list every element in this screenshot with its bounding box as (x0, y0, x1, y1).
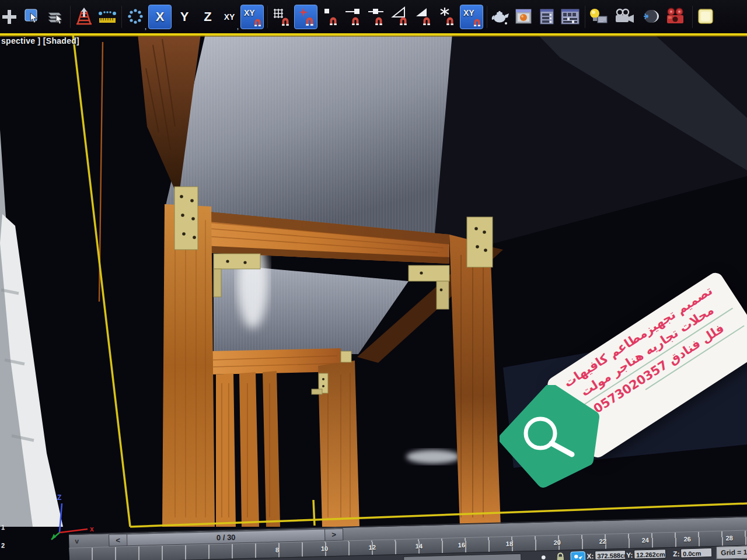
perspective-viewport[interactable]: Z x (0, 33, 747, 560)
toolbar-separator (584, 6, 585, 28)
edge-digit-2: 2 (1, 542, 5, 549)
flyout-mark: , (237, 24, 239, 29)
toolbar-separator (69, 6, 71, 28)
material-slot-icon[interactable] (694, 4, 718, 30)
snap-angle-toggle[interactable] (389, 4, 412, 30)
slat (216, 373, 236, 527)
selection-lock-icon[interactable] (555, 552, 566, 560)
axis-z-button[interactable]: Z (196, 4, 219, 30)
snap-face-toggle[interactable] (412, 4, 435, 30)
z-coordinate-label: Z: (673, 550, 680, 558)
snap-star-toggle[interactable] (435, 4, 459, 30)
snap-pivot-toggle[interactable] (294, 5, 317, 29)
flyout-mark: , (145, 24, 146, 29)
scaffold-tool-icon[interactable] (72, 4, 96, 30)
left-post (162, 204, 215, 527)
brush-dots-icon[interactable]: , (124, 4, 147, 30)
y-coordinate-field[interactable]: 12.262cm (634, 549, 666, 559)
magnifier-badge (500, 385, 602, 493)
ruler-tick: 28 (725, 534, 733, 541)
video-camera-icon[interactable] (610, 4, 638, 30)
ruler-tick: 14 (416, 542, 423, 550)
toolbar-separator (486, 6, 487, 28)
ruler-tick: 26 (683, 536, 691, 542)
main-toolbar: , X Y Z XY , XY (0, 0, 747, 33)
environment-sphere-icon[interactable] (638, 4, 662, 30)
metal-bracket-left-top (174, 187, 198, 250)
ruler-tick: 8 (275, 546, 279, 553)
axis-x-button[interactable]: X (148, 5, 172, 29)
ruler-tick: 18 (506, 540, 514, 547)
z-coordinate-field[interactable]: 0.0cm (680, 548, 712, 558)
ruler-tick: 20 (553, 539, 561, 546)
metal-bracket-right-top (467, 217, 493, 267)
light-lister-icon[interactable] (587, 4, 610, 30)
prev-frame-button[interactable]: < (109, 534, 128, 547)
select-object-icon[interactable] (21, 4, 44, 30)
ruler-tick: 10 (321, 545, 329, 552)
ruler-tick: 24 (641, 537, 649, 544)
grid-size-label: Grid = 10. (716, 545, 747, 559)
video-post-camera-icon[interactable] (662, 4, 690, 30)
y-coordinate-label: Y: (626, 551, 633, 559)
axis-y-button[interactable]: Y (173, 4, 196, 30)
metal-plate-small (341, 351, 351, 362)
next-frame-button[interactable]: > (324, 528, 344, 541)
dialog-panel-a-icon[interactable] (536, 4, 559, 30)
plus-tool-icon[interactable] (0, 4, 21, 30)
gizmo-x-label: x (90, 525, 94, 533)
render-teapot-icon[interactable] (489, 4, 512, 30)
ruler-tick: 22 (599, 538, 606, 545)
monitor-photo: , X Y Z XY , XY (0, 0, 747, 560)
floor-highlight (406, 450, 460, 464)
pin-dot-icon[interactable] (539, 552, 548, 560)
toolbar-separator (267, 6, 268, 28)
rendered-frame-window-icon[interactable] (512, 4, 536, 30)
viewport-label[interactable]: spective ] [Shaded] (1, 36, 79, 46)
select-by-name-icon[interactable] (44, 4, 68, 30)
slat (239, 372, 259, 527)
snap-grid-toggle[interactable] (270, 4, 293, 30)
x-coordinate-field[interactable]: 372.588cm (595, 550, 626, 560)
edge-digit-1: 1 (1, 524, 5, 531)
dialog-panel-b-icon[interactable] (559, 4, 582, 30)
transform-typein-button[interactable] (570, 551, 585, 560)
toolbar-separator (692, 6, 693, 28)
toolbar-separator (121, 6, 122, 28)
snap-xy-toggle-a[interactable]: XY (240, 5, 264, 29)
snap-endpoint-toggle[interactable] (342, 4, 365, 30)
gizmo-z-label: Z (57, 494, 61, 502)
snap-midpoint-toggle[interactable] (365, 4, 389, 30)
ruler-tick: 12 (369, 544, 376, 551)
x-coordinate-label: X: (587, 552, 594, 560)
status-message-field[interactable] (403, 554, 521, 560)
snap-xy-toggle-b[interactable]: XY (460, 5, 483, 29)
chevron-icon[interactable]: v (75, 537, 79, 545)
axis-xy-button[interactable]: XY , (219, 4, 239, 30)
measure-ruler-icon[interactable] (96, 4, 119, 30)
snap-vertex-toggle[interactable] (319, 4, 342, 30)
ruler-tick: 16 (458, 541, 466, 548)
